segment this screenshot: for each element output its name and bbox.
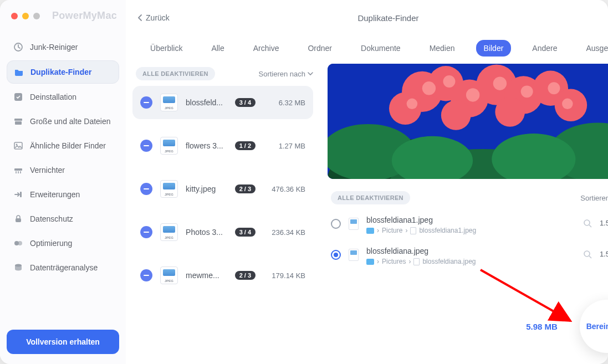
sidebar-item-label: Datenschutz	[30, 214, 73, 223]
sidebar-item-datentr-geranalyse[interactable]: Datenträgeranalyse	[7, 257, 119, 279]
detail-row: blossfeldiana.jpeg ›Pictures› blossfeldi…	[329, 244, 608, 268]
duplicate-groups-panel: ALLE DEAKTIVIEREN Sortieren nach JPEG bl…	[132, 64, 316, 353]
group-count-badge: 1 / 2	[235, 141, 256, 150]
jpeg-thumbnail-icon: JPEG	[160, 94, 178, 111]
tab-alle[interactable]: Alle	[203, 40, 232, 57]
group-row[interactable]: JPEG mewme... 2 / 3 179.14 KB	[132, 259, 313, 292]
app-icon	[13, 92, 23, 102]
svg-point-36	[443, 75, 456, 88]
group-count-badge: 3 / 4	[235, 98, 256, 107]
svg-point-10	[18, 241, 22, 245]
sidebar-item-label: Junk-Reiniger	[30, 43, 78, 52]
group-count-badge: 2 / 3	[235, 271, 256, 280]
svg-rect-2	[14, 119, 22, 121]
back-button[interactable]: Zurück	[138, 13, 170, 22]
magnifier-icon[interactable]	[583, 250, 592, 259]
group-toggle-icon[interactable]	[140, 96, 152, 109]
group-size: 1.27 MB	[263, 142, 305, 150]
group-size: 476.36 KB	[263, 185, 305, 193]
tab-andere[interactable]: Andere	[524, 40, 565, 57]
group-size: 179.14 KB	[263, 271, 305, 280]
group-toggle-icon[interactable]	[140, 183, 152, 195]
svg-rect-13	[144, 145, 149, 146]
group-row[interactable]: JPEG flowers 3... 1 / 2 1.27 MB	[132, 129, 313, 162]
group-name: flowers 3...	[186, 141, 227, 150]
folder-icon	[366, 259, 374, 265]
tab-überblick[interactable]: Überblick	[142, 40, 190, 57]
group-toggle-icon[interactable]	[140, 269, 152, 281]
sidebar-item-datenschutz[interactable]: Datenschutz	[7, 208, 119, 230]
back-label: Zurück	[146, 13, 170, 22]
deselect-all-groups-button[interactable]: ALLE DEAKTIVIEREN	[136, 67, 215, 80]
select-file-radio[interactable]	[331, 219, 341, 229]
sort-groups-button[interactable]: Sortieren nach	[258, 70, 313, 78]
sidebar-item-erweiterungen[interactable]: Erweiterungen	[7, 183, 119, 206]
svg-point-39	[521, 85, 533, 98]
group-row[interactable]: JPEG blossfeld... 3 / 4 6.32 MB	[132, 86, 313, 119]
group-name: kitty.jpeg	[186, 184, 227, 193]
select-file-radio[interactable]	[331, 250, 341, 260]
sidebar-item-label: Erweiterungen	[30, 190, 80, 199]
broom-icon	[13, 42, 23, 52]
sort-details-label: Sortieren nach	[580, 194, 608, 202]
svg-point-37	[466, 88, 479, 101]
file-thumbnail-icon	[349, 218, 359, 230]
extensions-icon	[13, 189, 23, 199]
group-list[interactable]: JPEG blossfeld... 3 / 4 6.32 MB JPEG flo…	[132, 86, 316, 353]
group-row[interactable]: JPEG Photos 3... 3 / 4 236.34 KB	[132, 216, 313, 249]
group-toggle-icon[interactable]	[140, 140, 152, 152]
sort-groups-label: Sortieren nach	[258, 70, 305, 78]
tab-archive[interactable]: Archive	[246, 40, 287, 57]
sidebar-item-duplikate-finder[interactable]: Duplikate-Finder	[7, 60, 119, 84]
svg-rect-4	[14, 142, 22, 149]
page-title: Duplikate-Finder	[357, 13, 418, 23]
group-name: blossfeld...	[186, 98, 227, 107]
magnifier-icon[interactable]	[583, 219, 592, 228]
sidebar-item--hnliche-bilder-finder[interactable]: Ähnliche Bilder Finder	[7, 135, 119, 157]
tab-dokumente[interactable]: Dokumente	[353, 40, 408, 57]
jpeg-thumbnail-icon: JPEG	[160, 137, 178, 155]
sidebar-item-deinstallation[interactable]: Deinstallation	[7, 86, 119, 108]
sidebar-item-gro-e-und-alte-dateien[interactable]: Große und alte Dateien	[7, 110, 119, 132]
file-path: ›Pictures› blossfeldiana.jpeg	[366, 258, 575, 265]
footer-bar: 5.98 MB Bereinigen	[328, 294, 608, 353]
clean-button[interactable]: Bereinigen	[580, 300, 608, 353]
file-thumbnail-icon	[349, 249, 359, 261]
sort-details-button[interactable]: Sortieren nach	[580, 194, 608, 202]
archive-icon	[13, 116, 23, 126]
sidebar-item-label: Vernichter	[30, 166, 65, 175]
close-window-icon[interactable]	[11, 13, 18, 19]
tab-medien[interactable]: Medien	[422, 40, 463, 57]
tab-bilder[interactable]: Bilder	[476, 40, 512, 57]
deselect-all-details-button[interactable]: ALLE DEAKTIVIEREN	[331, 191, 410, 204]
detail-panel: ALLE DEAKTIVIEREN Sortieren nach blossfe…	[328, 64, 608, 353]
sidebar-item-label: Datenträgeranalyse	[30, 263, 98, 272]
svg-rect-14	[144, 188, 149, 189]
sidebar-item-optimierung[interactable]: Optimierung	[7, 232, 119, 254]
group-name: Photos 3...	[186, 228, 227, 237]
sidebar-item-vernichter[interactable]: Vernichter	[7, 159, 119, 181]
lock-icon	[13, 214, 23, 224]
tab-ordner[interactable]: Ordner	[300, 40, 340, 57]
group-size: 236.34 KB	[263, 228, 305, 237]
jpeg-thumbnail-icon: JPEG	[160, 223, 178, 241]
shredder-icon	[13, 165, 23, 175]
file-name: blossfeldiana1.jpeg	[366, 216, 575, 224]
window-controls: PowerMyMac	[7, 7, 119, 33]
minimize-window-icon[interactable]	[22, 13, 29, 19]
main-panel: Zurück Duplikate-Finder ? ÜberblickAlleA…	[126, 0, 608, 364]
optimize-icon	[13, 238, 23, 248]
tab-bar: ÜberblickAlleArchiveOrdnerDokumenteMedie…	[126, 32, 608, 64]
folder-icon	[14, 67, 24, 77]
tab-ausgewählt[interactable]: Ausgewählt	[579, 40, 609, 57]
sidebar-item-junk-reiniger[interactable]: Junk-Reiniger	[7, 36, 119, 58]
full-version-button[interactable]: Vollversion erhalten	[7, 330, 119, 354]
svg-rect-6	[14, 168, 22, 171]
group-row[interactable]: JPEG kitty.jpeg 2 / 3 476.36 KB	[132, 172, 313, 206]
group-name: mewme...	[186, 271, 227, 280]
svg-point-44	[584, 251, 590, 257]
group-toggle-icon[interactable]	[140, 226, 152, 238]
svg-point-34	[495, 97, 525, 127]
file-name: blossfeldiana.jpeg	[366, 247, 575, 255]
group-count-badge: 2 / 3	[235, 184, 256, 193]
